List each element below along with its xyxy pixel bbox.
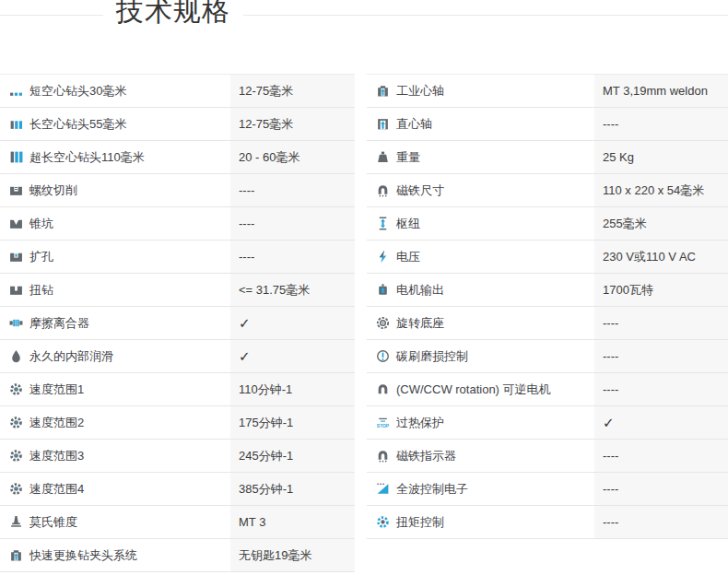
spec-row: 摩擦离合器✓	[0, 307, 355, 340]
spec-label: 短空心钻头30毫米	[28, 75, 230, 107]
stroke-icon	[367, 207, 394, 240]
spec-label: 扩孔	[28, 241, 230, 273]
spec-value: 无钥匙19毫米	[230, 539, 355, 571]
spec-row: 锥坑----	[0, 207, 355, 241]
spec-table-right: 工业心轴MT 3,19mm weldon直心轴----重量25 Kg磁铁尺寸11…	[367, 74, 728, 572]
spec-row: 全波控制电子----	[367, 473, 728, 506]
magnet-indicator-icon	[367, 440, 394, 472]
page-title: 技术规格	[103, 0, 243, 30]
friction-clutch-icon	[0, 307, 28, 339]
spec-row: 重量25 Kg	[367, 141, 728, 174]
torque-control-icon	[367, 506, 394, 538]
morse-taper-icon	[0, 506, 28, 538]
spec-row: STOP过热保护✓	[367, 406, 728, 440]
spec-row: 扭矩控制----	[367, 506, 728, 539]
spec-row: 枢纽255毫米	[367, 207, 728, 241]
spec-row: 直心轴----	[367, 108, 728, 141]
spec-label: 永久的内部润滑	[28, 340, 230, 372]
spec-row: 永久的内部润滑✓	[0, 340, 355, 373]
spec-value: ----	[594, 440, 728, 472]
spec-label: 磁铁尺寸	[394, 174, 594, 206]
spec-label: 磁铁指示器	[394, 440, 594, 472]
motor-output-icon	[367, 274, 394, 306]
spec-label: 全波控制电子	[394, 473, 594, 505]
spec-value: 1700瓦特	[594, 274, 728, 306]
reversible-motor-icon	[367, 373, 394, 405]
lubrication-droplet-icon	[0, 340, 28, 372]
spec-row: 扭钻<= 31.75毫米	[0, 274, 355, 307]
spec-value: 110 x 220 x 54毫米	[594, 174, 728, 206]
speed-gear-icon	[0, 373, 28, 405]
short-core-drill-icon	[0, 75, 28, 107]
spec-label: 电机输出	[394, 274, 594, 306]
spec-label: 超长空心钻头110毫米	[28, 141, 230, 173]
spec-value: ----	[230, 207, 355, 240]
spec-label: 长空心钻头55毫米	[28, 108, 230, 140]
spec-row: 扩孔----	[0, 241, 355, 274]
spec-table-left: 短空心钻头30毫米12-75毫米长空心钻头55毫米12-75毫米超长空心钻头11…	[0, 74, 355, 572]
spec-row: 速度范围1110分钟-1	[0, 373, 355, 406]
spec-label: 摩擦离合器	[28, 307, 230, 339]
weight-icon	[367, 141, 394, 173]
spec-row: 螺纹切削----	[0, 174, 355, 207]
spec-row: 磁铁尺寸110 x 220 x 54毫米	[367, 174, 728, 207]
spec-label: 扭矩控制	[394, 506, 594, 538]
spec-row: 电机输出1700瓦特	[367, 274, 728, 307]
spec-label: 速度范围2	[28, 406, 230, 439]
spec-label: 旋转底座	[394, 307, 594, 339]
spec-value: MT 3	[230, 506, 355, 538]
voltage-icon	[367, 241, 394, 273]
speed-gear-icon	[0, 473, 28, 505]
spec-value: ----	[230, 241, 355, 273]
spec-value: 12-75毫米	[230, 75, 355, 107]
spec-value: <= 31.75毫米	[230, 274, 355, 306]
spec-label: 工业心轴	[394, 75, 594, 107]
check-icon: ✓	[230, 340, 355, 372]
spec-row: 速度范围3245分钟-1	[0, 440, 355, 473]
straight-arbor-icon	[367, 108, 394, 140]
spec-row: (CW/CCW rotation) 可逆电机----	[367, 373, 728, 406]
spec-label: 碳刷磨损控制	[394, 340, 594, 372]
spec-label: 螺纹切削	[28, 174, 230, 206]
spec-row: 速度范围4385分钟-1	[0, 473, 355, 506]
spec-value: ----	[594, 307, 728, 339]
spec-row: 莫氏锥度MT 3	[0, 506, 355, 539]
spec-value: 25 Kg	[594, 141, 728, 173]
spec-label: 快速更换钻夹头系统	[28, 539, 230, 571]
check-icon: ✓	[594, 406, 728, 439]
spec-row: 快速更换钻夹头系统无钥匙19毫米	[0, 539, 355, 572]
spec-tables: 短空心钻头30毫米12-75毫米长空心钻头55毫米12-75毫米超长空心钻头11…	[0, 74, 728, 572]
spec-row: 旋转底座----	[367, 307, 728, 340]
long-core-drill-icon	[0, 108, 28, 140]
spec-label: 锥坑	[28, 207, 230, 240]
spec-value: ----	[594, 340, 728, 372]
speed-gear-icon	[0, 440, 28, 472]
spec-value: 255毫米	[594, 207, 728, 240]
reaming-icon	[0, 241, 28, 273]
swivel-base-icon	[367, 307, 394, 339]
overheat-protection-icon: STOP	[367, 406, 394, 439]
spec-value: 245分钟-1	[230, 440, 355, 472]
spec-value: 12-75毫米	[230, 108, 355, 140]
spec-label: 枢纽	[394, 207, 594, 240]
spec-row: 碳刷磨损控制----	[367, 340, 728, 373]
brush-wear-icon	[367, 340, 394, 372]
spec-label: 速度范围4	[28, 473, 230, 505]
spec-label: 重量	[394, 141, 594, 173]
twist-drill-icon	[0, 274, 28, 306]
spec-value: 20 - 60毫米	[230, 141, 355, 173]
spec-row: 超长空心钻头110毫米20 - 60毫米	[0, 141, 355, 174]
thread-cutting-icon	[0, 174, 28, 206]
countersink-icon	[0, 207, 28, 240]
spec-value: 175分钟-1	[230, 406, 355, 439]
spec-value: ----	[594, 108, 728, 140]
spec-label: 过热保护	[394, 406, 594, 439]
spec-value: ----	[594, 506, 728, 538]
spec-value: 385分钟-1	[230, 473, 355, 505]
spec-label: 直心轴	[394, 108, 594, 140]
industrial-arbor-icon	[367, 75, 394, 107]
spec-value: 230 V或110 V AC	[594, 241, 728, 273]
spec-label: 扭钻	[28, 274, 230, 306]
spec-row: 电压230 V或110 V AC	[367, 241, 728, 274]
full-wave-electronics-icon	[367, 473, 394, 505]
